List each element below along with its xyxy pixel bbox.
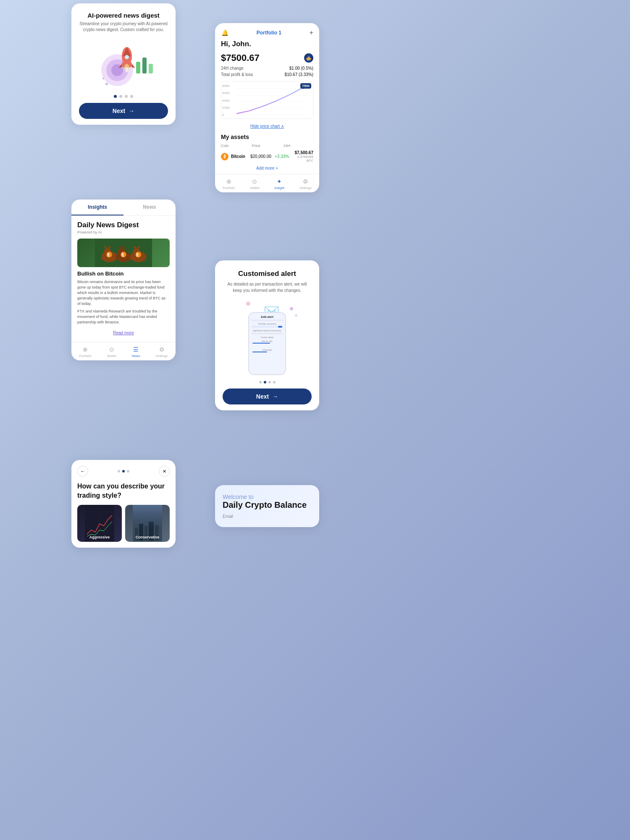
bell-icon[interactable]: 🔔 [221, 29, 228, 37]
alert-next-button[interactable]: Next → [223, 388, 312, 404]
trading-dot-3 [127, 470, 129, 472]
trading-option-conservative[interactable]: Conservative [125, 505, 170, 542]
close-button[interactable]: ✕ [159, 466, 170, 477]
asset-price: $20,000.00 [250, 154, 272, 159]
alert-subtitle: As detailed as per transaction alert, we… [223, 281, 312, 294]
deco-circle-1 [246, 302, 250, 306]
conservative-label: Conservative [125, 535, 170, 539]
portfolio-nav-label: Portfolio [223, 186, 235, 190]
back-button[interactable]: ← [77, 466, 88, 477]
col-coin: Coin [221, 144, 229, 148]
svg-rect-5 [149, 64, 153, 74]
btc-icon: ₿ [221, 153, 228, 160]
phone-row-1 [251, 320, 283, 321]
phone-label-2: Significant volume movements [251, 329, 283, 332]
col-price: Price [252, 144, 260, 148]
insights-news-icon: ☰ [132, 346, 140, 353]
nav-portfolio[interactable]: ⊕ Portfolio [223, 178, 235, 190]
phone-title: Add alert [251, 315, 283, 318]
price-chart: 80006000400020000 7500 [221, 81, 313, 119]
phone-label-1: Portfolio movement [251, 323, 283, 325]
next-arrow: → [129, 108, 134, 114]
add-more-link[interactable]: Add more + [215, 164, 319, 174]
svg-point-13 [125, 55, 129, 59]
card-ai-news: AI-powered news digest Streamline your c… [71, 3, 176, 125]
col-24h: 24H [284, 144, 291, 148]
deco-circle-2 [290, 307, 293, 310]
nav-settings[interactable]: ⚙ Settings [299, 178, 312, 190]
insight-nav-icon: ✦ [276, 178, 283, 185]
close-icon: ✕ [163, 469, 166, 474]
insights-news-label: News [132, 354, 140, 358]
welcome-title: Daily Crypto Balance [223, 500, 312, 510]
progress-dots [79, 95, 168, 98]
portfolio-value: $7500.67 [221, 52, 260, 63]
news-body-1: Bitcoin remains dominance and its price … [77, 279, 170, 307]
dot-4 [130, 95, 133, 98]
welcome-to-text: Welcome to [223, 494, 312, 500]
svg-rect-49 [133, 505, 162, 528]
news-headline: Bullish on Bitcoin [77, 270, 170, 277]
asset-value: $7,500.67 [292, 150, 313, 155]
hide-chart-link[interactable]: Hide price chart ∧ [215, 122, 319, 132]
chart-svg [224, 84, 310, 118]
alert-dot-1 [259, 381, 262, 383]
digest-subtitle: Powered by AI [77, 230, 170, 234]
insights-nav-news[interactable]: ☰ News [132, 346, 140, 358]
card-alert: Customised alert As detailed as per tran… [215, 260, 319, 410]
card-portfolio: 🔔 Portfolio 1 + Hi, John. $7500.67 🥧 24H… [215, 23, 319, 192]
trading-option-aggressive[interactable]: Aggressive [77, 505, 122, 542]
alert-title: Customised alert [223, 270, 312, 278]
tab-insights[interactable]: Insights [71, 200, 123, 215]
change-label: 24H change [221, 66, 244, 71]
insights-nav-settings[interactable]: ⚙ Settings [156, 346, 168, 358]
nav-wallet[interactable]: ⊙ Wallet [250, 178, 259, 190]
alert-dot-2 [264, 381, 266, 383]
tab-news[interactable]: News [123, 200, 176, 215]
nav-insight[interactable]: ✦ Insight [274, 178, 284, 190]
dot-3 [125, 95, 128, 98]
trading-nav-row: ← ✕ [77, 466, 170, 477]
chart-badge: 7500 [300, 83, 311, 89]
card-insights: Insights News Daily News Digest Powered … [71, 200, 176, 360]
card-trading: ← ✕ How can you describe your trading st… [71, 460, 176, 548]
deco-circle-3 [295, 314, 297, 317]
add-portfolio-button[interactable]: + [310, 29, 313, 37]
alert-dot-4 [273, 381, 276, 383]
wallet-nav-label: Wallet [250, 186, 259, 190]
asset-change: +3.33% [275, 154, 290, 159]
dot-1 [114, 95, 117, 98]
aggressive-label: Aggressive [77, 535, 122, 539]
trading-question: How can you describe your trading style? [77, 482, 170, 500]
insights-wallet-label: Wallet [107, 354, 116, 358]
trading-options: Aggressive Conservative [77, 505, 170, 542]
next-button[interactable]: Next → [79, 103, 168, 119]
alert-illustration: ✉️ Add alert Portfolio movement Signific… [234, 299, 301, 375]
alert-next-arrow: → [272, 393, 278, 400]
news-image: ₿ ₿ ₿ [77, 239, 170, 267]
trading-progress-dots [118, 470, 129, 472]
asset-coin-name: Bitcoin [231, 154, 248, 159]
settings-nav-icon: ⚙ [302, 178, 309, 185]
phone-label-3: Custom alerts [251, 336, 283, 339]
read-more-link[interactable]: Read more [77, 327, 170, 337]
portfolio-title: Portfolio 1 [257, 30, 281, 36]
insights-tabs: Insights News [71, 200, 176, 216]
svg-rect-4 [142, 58, 147, 74]
pnl-label: Total profit & loss [221, 72, 253, 77]
alert-progress-dots [223, 381, 312, 383]
svg-point-12 [125, 67, 129, 72]
ai-news-title: AI-powered news digest [79, 12, 168, 19]
insights-nav-wallet[interactable]: ⊙ Wallet [107, 346, 116, 358]
ai-news-subtitle: Streamline your crypto journey with AI-p… [79, 21, 168, 33]
pnl-value: $10.67 (3.33%) [285, 72, 313, 77]
news-body: Bitcoin remains dominance and its price … [77, 279, 170, 325]
insights-nav-portfolio[interactable]: ⊕ Portfolio [79, 346, 91, 358]
portfolio-bottom-nav: ⊕ Portfolio ⊙ Wallet ✦ Insight ⚙ Setting… [215, 174, 319, 192]
insights-portfolio-label: Portfolio [79, 354, 91, 358]
phone-row-2 [251, 333, 283, 334]
insight-nav-label: Insight [274, 186, 284, 190]
pie-chart-icon: 🥧 [304, 53, 313, 63]
portfolio-greeting: Hi, John. [215, 40, 319, 51]
insights-portfolio-icon: ⊕ [81, 346, 89, 353]
